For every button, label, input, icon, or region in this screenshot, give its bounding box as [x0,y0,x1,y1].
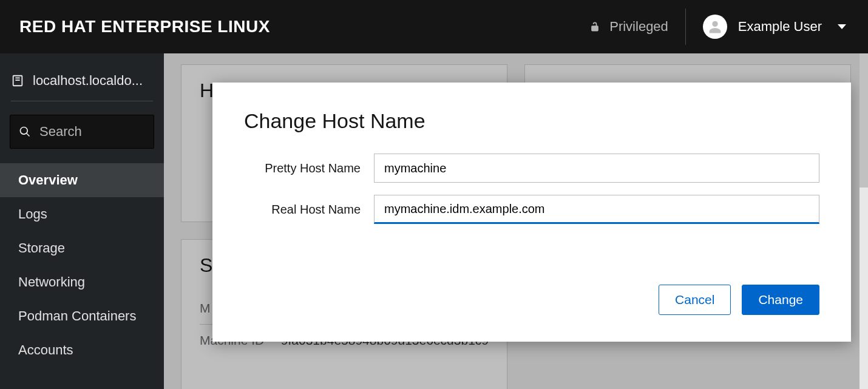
avatar [703,15,727,39]
dialog-actions: Cancel Change [244,285,819,315]
search-placeholder: Search [39,124,82,140]
chevron-down-icon [838,24,846,29]
sidebar-item-podman[interactable]: Podman Containers [0,299,164,333]
server-icon [11,74,24,87]
topbar-right: Privileged Example User [589,8,846,45]
user-menu[interactable]: Example User [703,15,846,39]
cancel-button[interactable]: Cancel [659,285,731,315]
user-name: Example User [738,19,822,35]
sidebar-item-label: Accounts [18,342,73,357]
change-button-label: Change [758,293,803,306]
sidebar-item-label: Networking [18,274,85,289]
host-name-truncated: localhost.localdo... [33,73,143,89]
privileged-indicator[interactable]: Privileged [589,8,686,45]
cancel-button-label: Cancel [675,293,714,306]
sidebar-item-logs[interactable]: Logs [0,197,164,231]
nav-items: Overview Logs Storage Networking Podman … [0,163,164,367]
topbar: RED HAT ENTERPRISE LINUX Privileged Exam… [0,0,868,53]
sidebar-item-storage[interactable]: Storage [0,231,164,265]
main-content: Health Usage System time 2020-03-17 09:5… [164,53,868,389]
pretty-hostname-label: Pretty Host Name [244,161,374,175]
real-hostname-label: Real Host Name [244,203,374,217]
brand-title: RED HAT ENTERPRISE LINUX [19,17,270,36]
pretty-hostname-row: Pretty Host Name [244,154,819,183]
real-hostname-input[interactable] [374,195,819,224]
change-button[interactable]: Change [742,285,819,315]
sidebar-item-networking[interactable]: Networking [0,265,164,299]
real-hostname-row: Real Host Name [244,195,819,224]
host-selector[interactable]: localhost.localdo... [10,64,154,97]
sidebar-item-accounts[interactable]: Accounts [0,333,164,367]
unlock-icon [589,21,601,33]
sidebar-item-label: Overview [18,172,78,188]
sidebar-item-overview[interactable]: Overview [0,163,164,197]
change-hostname-dialog: Change Host Name Pretty Host Name Real H… [212,83,851,342]
sidebar-separator [11,101,153,101]
dialog-title: Change Host Name [244,109,819,133]
pretty-hostname-input[interactable] [374,154,819,183]
search-input[interactable]: Search [10,115,154,149]
sidebar-item-label: Podman Containers [18,308,136,323]
search-icon [19,126,31,138]
sidebar-item-label: Logs [18,206,47,222]
user-icon [707,18,724,35]
scrollbar[interactable] [860,53,868,389]
scrollbar-thumb[interactable] [860,53,868,188]
privileged-label: Privileged [609,19,668,35]
sidebar: localhost.localdo... Search Overview Log… [0,53,164,389]
sidebar-item-label: Storage [18,240,65,255]
